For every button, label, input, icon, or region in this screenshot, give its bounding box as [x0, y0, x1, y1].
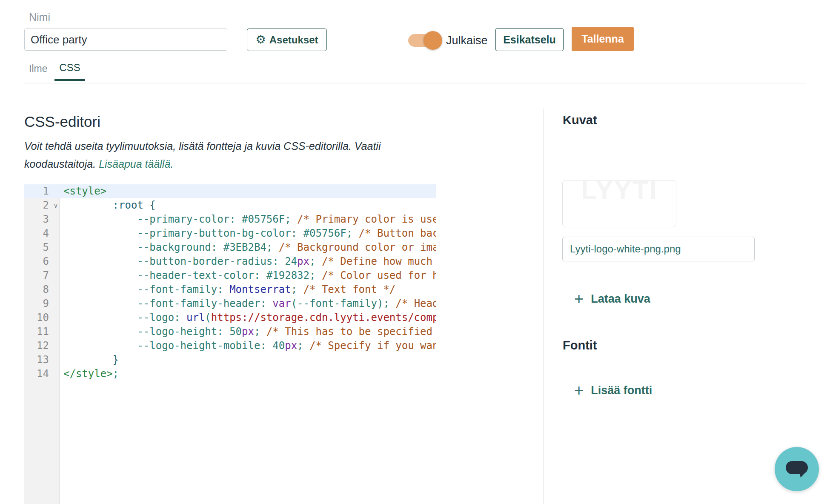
line-number: 5	[24, 241, 60, 255]
preview-button[interactable]: Esikatselu	[495, 28, 564, 51]
line-number: 1	[24, 184, 60, 198]
code-line[interactable]: 6 --button-border-radius: 24px; /* Defin…	[24, 255, 436, 269]
line-number: 8	[24, 283, 60, 297]
lyyti-logo-watermark: LYYTI	[563, 180, 676, 205]
code-line-text[interactable]: </style>;	[60, 367, 436, 381]
code-line[interactable]: 14</style>;	[24, 367, 436, 381]
logo-thumbnail[interactable]: LYYTI	[562, 180, 676, 227]
tab-css[interactable]: CSS	[54, 62, 85, 81]
add-font-label: Lisää fontti	[591, 384, 652, 397]
code-line[interactable]: 13 }	[24, 353, 436, 367]
code-line-text[interactable]: --font-family-header: var(--font-family)…	[60, 297, 436, 311]
line-number: 14	[24, 367, 60, 381]
save-button[interactable]: Tallenna	[572, 27, 634, 51]
line-number: 9	[24, 297, 60, 311]
image-filename-input[interactable]	[562, 237, 755, 261]
name-label: Nimi	[29, 11, 50, 23]
code-line-text[interactable]: <style>	[60, 184, 436, 198]
publish-label: Julkaise	[446, 34, 488, 47]
code-line-text[interactable]: --button-border-radius: 24px; /* Define …	[60, 255, 436, 269]
settings-button[interactable]: ⚙ Asetukset	[247, 29, 327, 51]
line-number: 10	[24, 311, 60, 325]
plus-icon: +	[574, 291, 584, 307]
page-description: Voit tehdä useita tyylimuutoksia, lisätä…	[24, 137, 501, 173]
fold-chevron-icon[interactable]: ∨	[54, 199, 58, 213]
code-line-text[interactable]: }	[60, 353, 436, 367]
code-line[interactable]: 11 --logo-height: 50px; /* This has to b…	[24, 325, 436, 339]
event-name-input[interactable]	[24, 29, 227, 51]
code-line-text[interactable]: --font-family: Montserrat; /* Text font …	[60, 283, 436, 297]
page-title: CSS-editori	[24, 113, 100, 130]
line-number: 6	[24, 255, 60, 269]
code-line-text[interactable]: --header-text-color: #192832; /* Color u…	[60, 269, 436, 283]
code-line[interactable]: 10 --logo: url(https://storage.cdn.lyyti…	[24, 311, 436, 325]
line-number: 2∨	[24, 198, 60, 212]
fonts-section-title: Fontit	[563, 338, 597, 352]
code-line[interactable]: 9 --font-family-header: var(--font-famil…	[24, 297, 436, 311]
code-line-text[interactable]: --primary-color: #05756F; /* Primary col…	[60, 212, 436, 226]
upload-image-label: Lataa kuva	[591, 292, 650, 306]
code-line[interactable]: 3 --primary-color: #05756F; /* Primary c…	[24, 212, 436, 226]
line-number: 11	[24, 325, 60, 339]
line-number: 13	[24, 353, 60, 367]
publish-toggle[interactable]	[408, 34, 441, 47]
settings-button-label: Asetukset	[269, 34, 318, 46]
tab-ilme[interactable]: Ilme	[29, 63, 47, 74]
code-line-text[interactable]: --background: #3EB2B4; /* Background col…	[60, 241, 436, 255]
add-font-button[interactable]: + Lisää fontti	[574, 382, 652, 398]
line-number: 4	[24, 226, 60, 241]
publish-toggle-knob	[424, 31, 442, 50]
line-number: 3	[24, 212, 60, 226]
tabs-divider	[24, 83, 806, 83]
code-line[interactable]: 2∨ :root {	[24, 198, 436, 212]
images-section-title: Kuvat	[563, 113, 597, 127]
chat-widget-button[interactable]	[775, 447, 819, 491]
code-line-text[interactable]: --primary-button-bg-color: #05756F; /* B…	[60, 226, 436, 241]
help-link[interactable]: Lisäapua täällä.	[99, 158, 173, 170]
code-line-text[interactable]: :root {	[60, 198, 436, 212]
code-line[interactable]: 12 --logo-height-mobile: 40px; /* Specif…	[24, 339, 436, 353]
sidebar-divider	[543, 109, 544, 504]
code-editor[interactable]: 1<style>2∨ :root {3 --primary-color: #05…	[24, 184, 436, 504]
code-line-text[interactable]: --logo-height: 50px; /* This has to be s…	[60, 325, 436, 339]
code-line[interactable]: 8 --font-family: Montserrat; /* Text fon…	[24, 283, 436, 297]
css-editor-page: Nimi ⚙ Asetukset Julkaise Esikatselu Tal…	[0, 0, 830, 504]
gear-icon: ⚙	[256, 34, 266, 46]
description-line1: Voit tehdä useita tyylimuutoksia, lisätä…	[24, 140, 381, 152]
code-line-text[interactable]: --logo-height-mobile: 40px; /* Specify i…	[60, 339, 436, 353]
chat-bubble-icon	[784, 459, 809, 479]
code-line[interactable]: 7 --header-text-color: #192832; /* Color…	[24, 269, 436, 283]
code-line-text[interactable]: --logo: url(https://storage.cdn.lyyti.ev…	[60, 311, 436, 325]
plus-icon: +	[574, 382, 584, 398]
description-line2: koodaustaitoja.	[24, 158, 96, 170]
code-line[interactable]: 4 --primary-button-bg-color: #05756F; /*…	[24, 226, 436, 241]
line-number: 7	[24, 269, 60, 283]
code-line[interactable]: 1<style>	[24, 184, 436, 198]
line-number: 12	[24, 339, 60, 353]
upload-image-button[interactable]: + Lataa kuva	[574, 291, 650, 307]
code-line[interactable]: 5 --background: #3EB2B4; /* Background c…	[24, 241, 436, 255]
